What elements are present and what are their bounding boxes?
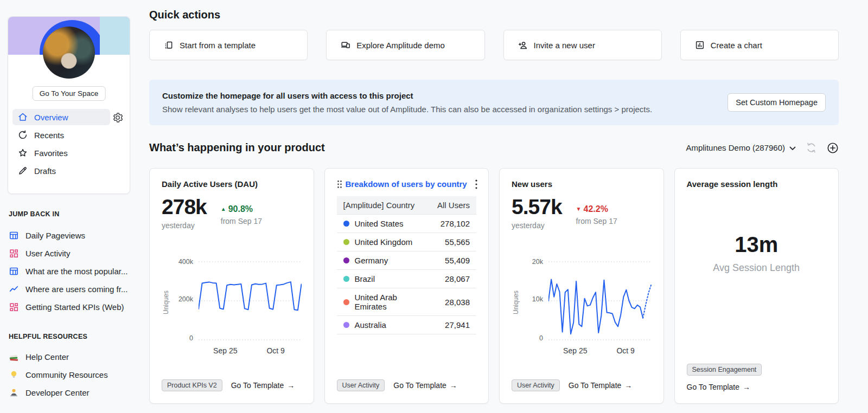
drag-handle-icon[interactable]	[337, 180, 342, 189]
dau-line-series	[199, 282, 302, 310]
sidebar-item-getting-started-kpis[interactable]: Getting Started KPIs (Web)	[9, 301, 136, 312]
delta-value: ▲90.8%	[221, 204, 262, 214]
card-title-link[interactable]: Breakdown of users by country	[346, 179, 467, 189]
avatar[interactable]	[43, 27, 95, 79]
x-tick: Sep 25	[213, 346, 237, 355]
metric-value: 13m	[675, 233, 839, 257]
quick-action-label: Explore Amplitude demo	[356, 41, 445, 50]
pencil-icon	[18, 166, 28, 176]
explore-demo-button[interactable]: Explore Amplitude demo	[326, 30, 484, 60]
go-to-template-link[interactable]: Go To Template→	[569, 381, 633, 390]
country-value: 55,409	[426, 256, 470, 265]
table-row: Australia 27,941	[337, 315, 477, 334]
template-badge[interactable]: User Activity	[512, 379, 560, 391]
session-metric: 13m Avg Session Length	[675, 233, 839, 274]
triangle-up-icon: ▲	[221, 206, 226, 212]
series-color-dot	[343, 239, 349, 245]
series-color-dot	[343, 221, 349, 227]
developer-icon	[9, 388, 19, 398]
product-section-title: What’s happening in your product	[149, 141, 325, 154]
customize-homepage-banner: Customize the homepage for all users wit…	[149, 80, 839, 125]
product-section-header: What’s happening in your product Amplitu…	[149, 141, 839, 154]
add-widget-icon[interactable]	[827, 142, 839, 154]
new-users-chart: Uniques 20k 10k 0 Sep 25	[512, 260, 652, 366]
bulb-icon	[9, 370, 19, 380]
go-to-your-space-button[interactable]: Go To Your Space	[33, 86, 106, 101]
y-tick: 200k	[169, 295, 193, 303]
sidebar-item-label: Getting Started KPIs (Web)	[25, 302, 124, 312]
sidebar-item-favorites[interactable]: Favorites	[12, 145, 110, 161]
y-tick: 20k	[519, 258, 543, 266]
card-footer: User Activity Go To Template→	[337, 379, 457, 391]
project-selector[interactable]: Amplitunes Demo (287960)	[686, 143, 796, 152]
main-content: Quick actions Start from a template Expl…	[149, 0, 839, 404]
template-badge[interactable]: Product KPIs V2	[162, 379, 222, 391]
metric-caption: Avg Session Length	[675, 262, 839, 274]
country-value: 28,038	[426, 298, 470, 307]
arrow-right-icon: →	[743, 383, 750, 391]
sidebar-item-help-center[interactable]: Help Center	[9, 351, 136, 362]
column-header: All Users	[437, 201, 470, 210]
country-table: [Amplitude] Country All Users United Sta…	[337, 196, 477, 334]
start-from-template-button[interactable]: Start from a template	[149, 30, 308, 60]
invite-user-button[interactable]: Invite a new user	[503, 30, 662, 60]
country-name: United States	[355, 219, 404, 228]
star-icon	[18, 148, 28, 158]
session-length-card: Average session length 13m Avg Session L…	[674, 168, 839, 404]
go-to-template-link[interactable]: Go To Template→	[231, 381, 295, 390]
sidebar-item-drafts[interactable]: Drafts	[12, 163, 110, 179]
sidebar: Go To Your Space Overview Recents	[0, 0, 139, 413]
section-heading: JUMP BACK IN	[9, 210, 136, 218]
sidebar-item-community-resources[interactable]: Community Resources	[9, 369, 136, 380]
go-to-template-link[interactable]: Go To Template→	[687, 383, 751, 391]
template-badge[interactable]: Session Engagement	[687, 364, 762, 376]
create-chart-button[interactable]: Create a chart	[680, 30, 839, 60]
card-title: New users	[512, 179, 652, 189]
metric-value: 278k	[162, 196, 207, 218]
section-controls: Amplitunes Demo (287960)	[686, 142, 839, 154]
sidebar-item-developer-center[interactable]: Developer Center	[9, 387, 136, 398]
sidebar-item-daily-pageviews[interactable]: Daily Pageviews	[9, 230, 136, 241]
card-header: Breakdown of users by country	[337, 179, 477, 189]
set-custom-homepage-button[interactable]: Set Custom Homepage	[727, 93, 826, 112]
series-color-dot	[343, 276, 349, 282]
card-footer: User Activity Go To Template→	[512, 379, 632, 391]
sidebar-item-where-users-coming-from[interactable]: Where are users coming fr...	[9, 283, 136, 294]
gear-icon[interactable]	[112, 112, 123, 123]
sidebar-item-user-activity[interactable]: User Activity	[9, 248, 136, 259]
quick-action-label: Start from a template	[180, 41, 256, 50]
new-users-metric: 5.57k yesterday ▼42.2% from Sep 17	[512, 196, 652, 230]
dashboard-icon	[9, 302, 19, 312]
metric-delta-block: ▲90.8% from Sep 17	[221, 196, 262, 230]
invite-user-icon	[518, 40, 528, 50]
metric-caption: yesterday	[162, 221, 207, 230]
books-icon	[9, 352, 19, 362]
sidebar-item-label: Developer Center	[25, 388, 90, 397]
table-row: United Kingdom 55,565	[337, 233, 477, 251]
go-to-template-link[interactable]: Go To Template→	[393, 381, 457, 390]
country-value: 28,067	[426, 274, 470, 283]
template-icon	[164, 40, 174, 50]
profile-nav: Overview Recents Favorites	[12, 109, 110, 180]
dau-metric: 278k yesterday ▲90.8% from Sep 17	[162, 196, 302, 230]
dashboard-icon	[9, 248, 19, 259]
metric-delta-block: ▼42.2% from Sep 17	[576, 196, 617, 230]
sidebar-item-overview[interactable]: Overview	[12, 109, 110, 125]
refresh-icon[interactable]	[806, 142, 817, 153]
table-icon	[9, 266, 19, 276]
kebab-menu-icon[interactable]	[473, 178, 480, 192]
series-color-dot	[343, 322, 349, 328]
new-users-projected-series	[643, 285, 651, 318]
sidebar-item-recents[interactable]: Recents	[12, 127, 110, 143]
sidebar-item-label: Recents	[34, 131, 64, 140]
card-title: Average session length	[687, 179, 827, 189]
y-tick: 0	[169, 334, 193, 342]
demo-icon	[341, 40, 350, 50]
delta-caption: from Sep 17	[576, 217, 617, 225]
template-badge[interactable]: User Activity	[337, 379, 385, 391]
y-axis-label: Uniques	[512, 291, 520, 314]
country-name: United Arab Emirates	[355, 293, 426, 311]
table-header: [Amplitude] Country All Users	[337, 196, 477, 214]
sidebar-item-most-popular[interactable]: What are the most popular...	[9, 266, 136, 276]
country-value: 27,941	[426, 320, 470, 330]
